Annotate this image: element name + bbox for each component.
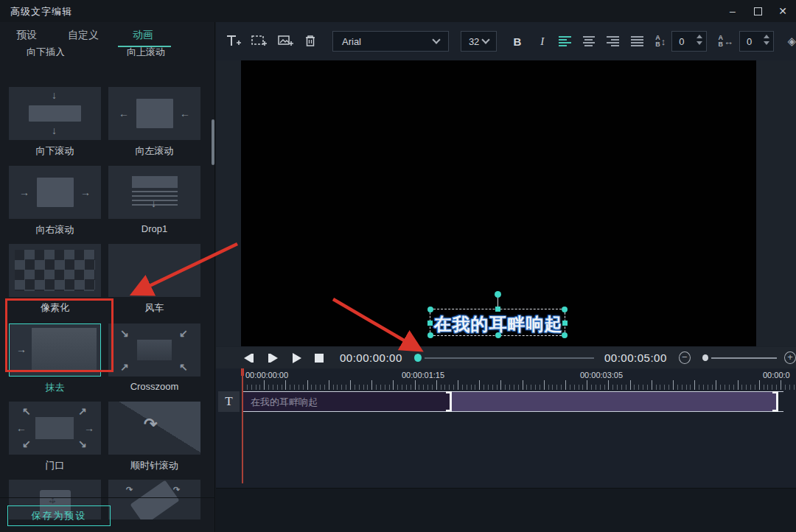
clipped-label-right: 向上滚动 [127, 46, 165, 56]
scroll-down-icon: ↓ ↓ [9, 87, 101, 140]
preset-doorway[interactable]: ↖ ↗ ← → ↙ ↘ 门口 [9, 402, 101, 472]
close-button[interactable]: ✕ [777, 5, 789, 17]
text-track-header[interactable]: T [218, 391, 240, 412]
tab-custom[interactable]: 自定义 [68, 29, 99, 42]
ruler-label: 00:00:01:15 [402, 371, 444, 379]
maximize-button[interactable] [752, 5, 764, 17]
arrow-right-icon: → [19, 187, 29, 197]
preview-area: 在我的耳畔响起 [216, 60, 796, 346]
pinwheel-icon [108, 244, 200, 297]
font-size-select[interactable]: 32 [461, 31, 497, 52]
clipped-label-left: 向下插入 [27, 46, 65, 56]
preset-label: 向下滚动 [9, 144, 101, 158]
italic-button[interactable]: I [538, 35, 547, 48]
minimize-button[interactable]: – [727, 5, 739, 17]
arrow-down-icon: ↓ [52, 90, 57, 100]
preset-label: Drop1 [108, 223, 200, 234]
tab-animation[interactable]: 动画 [133, 29, 153, 42]
clockwise-arrow-icon: ↷ [144, 416, 157, 433]
font-family-select[interactable]: Arial [332, 31, 449, 52]
arrow-vertical-icon: ↕ [50, 494, 55, 505]
align-center-button[interactable] [583, 36, 596, 46]
clipped-preset-labels: 向下插入 向上滚动 [0, 46, 215, 56]
arrow-ne-icon: ↗ [78, 406, 87, 416]
scroll-right-icon: → → [9, 166, 101, 219]
preset-scroll-down[interactable]: ↓ ↓ 向下滚动 [9, 87, 101, 158]
text-toolbar: Arial 32 B I AB ↕ 0 AB ↔ [216, 22, 796, 60]
text-selection-box[interactable]: 在我的耳畔响起 [430, 309, 565, 336]
duration-time: 00:00:05:00 [604, 351, 667, 364]
doorway-icon: ↖ ↗ ← → ↙ ↘ [9, 402, 101, 455]
title-bar: 高级文字编辑 – ✕ [0, 0, 796, 22]
preset-scroll-right[interactable]: → → 向右滚动 [9, 166, 101, 237]
clip-body [451, 392, 778, 411]
keyframe-diamond-icon[interactable]: ◈ [787, 35, 796, 48]
video-canvas[interactable]: 在我的耳畔响起 [241, 60, 756, 346]
timeline-zoom-thumb[interactable] [702, 354, 708, 361]
progress-slider-track[interactable] [425, 357, 594, 359]
align-left-button[interactable] [559, 36, 571, 46]
timeline-zoom-track[interactable] [711, 357, 777, 359]
align-justify-button[interactable] [631, 36, 643, 46]
letter-spacing-input[interactable]: 0 [739, 31, 774, 52]
preset-drop1[interactable]: ↓ Drop1 [108, 166, 200, 234]
arrow-down-icon: ↓ [52, 125, 57, 136]
resize-handle-sw[interactable] [427, 332, 433, 338]
stop-button[interactable] [315, 354, 324, 363]
playhead-line[interactable] [242, 368, 243, 483]
resize-handle-n[interactable] [495, 307, 500, 312]
resize-handle-se[interactable] [562, 332, 568, 338]
preset-label: 像素化 [9, 301, 101, 315]
font-family-value: Arial [342, 36, 361, 47]
zoom-in-button[interactable]: + [784, 351, 796, 364]
panel-scrollbar[interactable] [212, 119, 214, 165]
preset-label: Crosszoom [108, 381, 200, 392]
progress-slider-thumb[interactable] [414, 354, 422, 362]
resize-handle-e[interactable] [562, 321, 568, 326]
resize-handle-w[interactable] [427, 321, 433, 326]
cross-zoom-icon: ↘ ↙ ↗ ↖ [108, 323, 200, 377]
arrow-nw-icon: ↖ [22, 406, 31, 416]
preset-pixelate[interactable]: 像素化 [9, 244, 101, 315]
line-spacing-input[interactable]: 0 [671, 31, 706, 52]
text-clip[interactable]: 在我的耳畔响起 [243, 391, 783, 412]
tab-preset[interactable]: 预设 [16, 29, 37, 42]
play-button[interactable] [293, 353, 301, 363]
add-text-button[interactable] [226, 35, 241, 48]
letter-spacing-icon: AB ↔ [719, 35, 734, 48]
clip-trim-handle-end[interactable] [772, 391, 778, 412]
resize-handle-s[interactable] [495, 332, 501, 338]
resize-handle-nw[interactable] [427, 307, 433, 312]
save-as-preset-button[interactable]: 保存为预设 [7, 505, 111, 526]
timeline-ruler[interactable] [242, 380, 796, 390]
preset-rotate[interactable]: ↷ ↷ [108, 480, 200, 519]
bold-button[interactable]: B [513, 35, 522, 48]
preset-crosszoom[interactable]: ↘ ↙ ↗ ↖ Crosszoom [108, 323, 200, 392]
arrow-left-icon: ← [180, 108, 190, 119]
animation-preset-grid: ↓ ↓ 向下滚动 ← ← 向左滚动 → → [0, 56, 211, 519]
preset-wipe-selected[interactable]: → 抹去 [9, 323, 101, 394]
rotate-handle[interactable] [495, 291, 501, 298]
spinner-arrows[interactable] [764, 35, 769, 45]
spinner-arrows[interactable] [696, 35, 702, 45]
preset-pinwheel[interactable]: 风车 [108, 244, 200, 315]
arrow-sw-icon: ↙ [179, 328, 188, 338]
clip-animation-region: 在我的耳畔响起 [243, 392, 451, 411]
clockwise-arrow-icon: ↷ [173, 486, 180, 494]
preset-label: 抹去 [9, 381, 101, 394]
next-frame-button[interactable] [268, 354, 278, 363]
line-spacing-icon: AB ↕ [655, 35, 666, 48]
align-right-button[interactable] [607, 36, 619, 46]
clip-trim-handle-mid[interactable] [446, 391, 452, 412]
previous-frame-button[interactable] [244, 354, 254, 363]
arrow-right-icon: → [80, 187, 91, 197]
resize-handle-ne[interactable] [562, 307, 568, 312]
add-textbox-button[interactable] [251, 35, 268, 48]
preset-label: 向左滚动 [108, 144, 200, 158]
delete-trash-button[interactable] [304, 35, 316, 48]
zoom-out-button[interactable]: − [679, 351, 691, 364]
arrow-se-icon: ↘ [78, 438, 87, 449]
preset-clockwise-scroll[interactable]: ↷ 顺时针滚动 [108, 402, 200, 472]
add-image-button[interactable] [278, 35, 294, 48]
preset-scroll-left[interactable]: ← ← 向左滚动 [108, 87, 200, 158]
